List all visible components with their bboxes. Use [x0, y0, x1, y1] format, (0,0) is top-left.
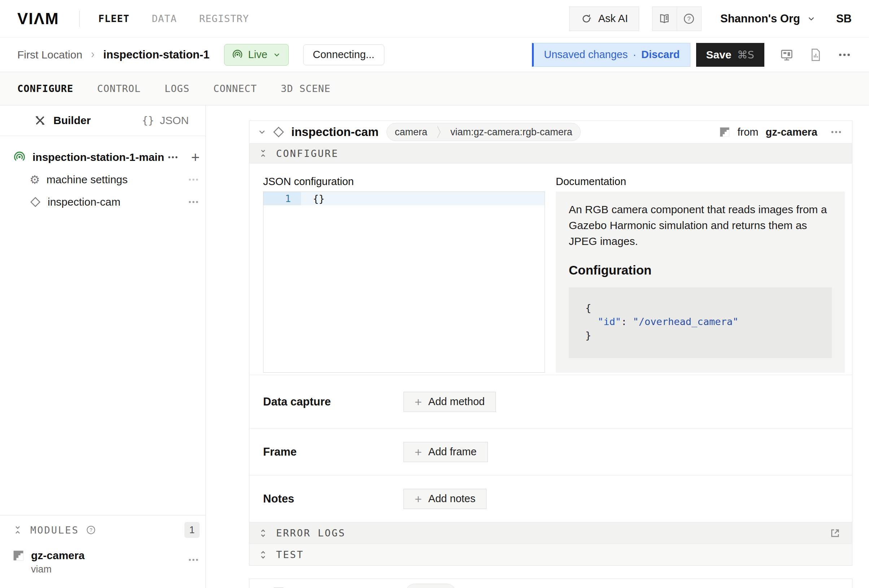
configure-section-bar[interactable]: CONFIGURE: [249, 143, 852, 163]
builder-mode-label: Builder: [53, 114, 90, 127]
editor-code-text: {}: [301, 192, 544, 205]
json-mode-label: JSON: [160, 114, 189, 127]
doc-code-colon: :: [621, 316, 633, 327]
viam-logo[interactable]: VIΛM: [17, 10, 59, 28]
save-button[interactable]: Save ⌘S: [696, 43, 765, 67]
help-icon[interactable]: ?: [86, 524, 96, 535]
json-config-editor[interactable]: 1 {}: [263, 191, 545, 373]
nav-item-data[interactable]: DATA: [152, 13, 177, 24]
doc-code-value: "/overhead_camera": [633, 316, 739, 327]
plus-icon: +: [415, 446, 422, 458]
configure-section-content: JSON configuration 1 {} Documentation An…: [249, 163, 852, 375]
component-menu-button[interactable]: [830, 126, 843, 139]
module-icon: [719, 126, 730, 138]
error-logs-bar[interactable]: ERROR LOGS: [249, 522, 852, 544]
module-list-item[interactable]: gz-camera viam: [0, 542, 205, 575]
machine-screen-button[interactable]: [780, 47, 794, 62]
notes-section: Notes + Add notes: [249, 475, 852, 522]
tab-connect[interactable]: CONNECT: [213, 83, 257, 94]
doc-description: An RGB camera component that reads image…: [569, 201, 832, 249]
module-texts: gz-camera viam: [31, 549, 85, 575]
part-name: inspection-station-1-main: [33, 151, 164, 163]
nav-item-registry[interactable]: REGISTRY: [199, 13, 249, 24]
breadcrumb-location[interactable]: First Location: [17, 49, 82, 61]
from-label: from: [738, 126, 759, 138]
component-name: inspection-cam: [291, 125, 378, 139]
help-button[interactable]: ?: [677, 7, 701, 31]
add-method-button[interactable]: + Add method: [403, 392, 496, 412]
doc-configuration-heading: Configuration: [569, 263, 832, 277]
primary-nav: FLEET DATA REGISTRY: [98, 13, 249, 24]
diamond-icon: [273, 126, 285, 138]
json-config-label: JSON configuration: [263, 176, 545, 188]
broadcast-icon: [232, 49, 243, 61]
tree-item-inspection-cam[interactable]: inspection-cam: [0, 191, 205, 213]
builder-mode-button[interactable]: Builder: [34, 114, 90, 127]
component-type-badge: camera viam:gz-camera:rgb-camera: [387, 123, 581, 141]
part-menu-button[interactable]: [167, 151, 179, 163]
modules-header[interactable]: MODULES ? 1: [0, 515, 205, 542]
machine-overflow-menu[interactable]: [837, 47, 852, 62]
top-nav: VIΛM FLEET DATA REGISTRY Ask AI ?: [0, 0, 869, 37]
add-resource-button[interactable]: +: [191, 150, 200, 164]
json-mode-button[interactable]: {} JSON: [142, 114, 189, 127]
plus-icon: +: [415, 493, 422, 505]
tab-configure[interactable]: CONFIGURE: [17, 83, 73, 94]
open-logs-external-button[interactable]: [829, 527, 843, 539]
connecting-button[interactable]: Connecting...: [303, 44, 384, 65]
plus-icon: +: [415, 396, 422, 408]
book-icon: [658, 12, 671, 25]
docs-button[interactable]: [652, 7, 677, 31]
discard-button[interactable]: Discard: [641, 49, 679, 61]
frame-label: Frame: [263, 446, 403, 459]
badge-separator-icon: [435, 124, 442, 140]
item-menu-button[interactable]: [187, 173, 200, 186]
help-icon: ?: [682, 12, 695, 25]
modules-count-badge: 1: [184, 522, 200, 538]
module-card-gz-camera: gz-camera by viam module Registry: [249, 579, 853, 588]
doc-code-line: {: [585, 301, 832, 315]
live-label: Live: [248, 49, 267, 61]
tab-control[interactable]: CONTROL: [97, 83, 141, 94]
add-notes-button[interactable]: + Add notes: [403, 489, 486, 509]
live-status-dropdown[interactable]: Live: [224, 44, 289, 66]
tree-part-row[interactable]: inspection-station-1-main +: [0, 146, 205, 169]
add-frame-button[interactable]: + Add frame: [403, 442, 488, 462]
configure-section-label: CONFIGURE: [276, 148, 338, 159]
topnav-right: Ask AI ? Shannon's Org SB: [569, 6, 852, 31]
user-avatar[interactable]: SB: [836, 12, 852, 25]
module-card-title: gz-camera by viam: [291, 586, 398, 588]
module-org: viam: [31, 564, 85, 575]
frame-section: Frame + Add frame: [249, 428, 852, 475]
nav-item-fleet[interactable]: FLEET: [98, 13, 129, 24]
tab-logs[interactable]: LOGS: [165, 83, 190, 94]
error-logs-label: ERROR LOGS: [276, 527, 346, 539]
component-card-inspection-cam: inspection-cam camera viam:gz-camera:rgb…: [249, 120, 853, 566]
tree-item-machine-settings[interactable]: ⚙ machine settings: [0, 169, 205, 191]
documentation-column: Documentation An RGB camera component th…: [556, 176, 845, 375]
expand-icon: [258, 528, 268, 538]
module-menu-button[interactable]: [187, 554, 200, 566]
collapse-icon: [258, 148, 268, 158]
from-module-name[interactable]: gz-camera: [766, 126, 817, 138]
ask-ai-button[interactable]: Ask AI: [569, 6, 639, 31]
chevron-down-icon: [273, 50, 281, 59]
registry-link[interactable]: Registry: [468, 587, 522, 588]
ask-ai-sparkle-icon: [580, 13, 593, 25]
tab-3d-scene[interactable]: 3D SCENE: [281, 83, 331, 94]
collapse-chevron-icon[interactable]: [257, 127, 267, 137]
separator-dot: ·: [633, 49, 636, 61]
machine-tabs: CONFIGURE CONTROL LOGS CONNECT 3D SCENE: [0, 72, 869, 105]
org-switcher[interactable]: Shannon's Org: [720, 12, 816, 25]
documentation-panel[interactable]: An RGB camera component that reads image…: [556, 191, 845, 373]
item-menu-button[interactable]: [187, 196, 200, 208]
editor-active-line[interactable]: 1 {}: [264, 192, 544, 205]
machine-report-button[interactable]: [809, 47, 822, 62]
nav-divider: [79, 10, 80, 27]
save-label: Save: [706, 49, 731, 61]
modules-section: MODULES ? 1 gz-camera viam: [0, 515, 205, 575]
component-type: camera: [387, 127, 435, 138]
test-bar[interactable]: TEST: [249, 544, 852, 565]
doc-code-line: }: [585, 329, 832, 342]
ask-ai-label: Ask AI: [598, 13, 628, 25]
